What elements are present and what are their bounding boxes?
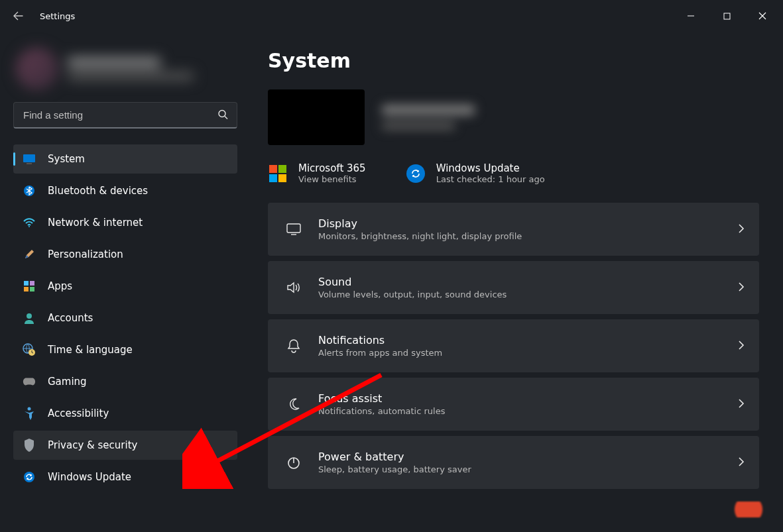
sidebar-item-label: Windows Update	[48, 471, 131, 483]
bluetooth-icon	[23, 184, 36, 197]
setting-title: Focus assist	[318, 392, 445, 405]
setting-power-battery[interactable]: Power & battery Sleep, battery usage, ba…	[268, 436, 759, 489]
content-area: System Microsoft 365 View benefits Wi	[244, 32, 783, 532]
setting-sub: Volume levels, output, input, sound devi…	[318, 290, 507, 299]
setting-title: Notifications	[318, 334, 442, 346]
svg-rect-3	[27, 163, 32, 164]
chevron-right-icon	[738, 456, 745, 469]
setting-sub: Monitors, brightness, night light, displ…	[318, 231, 522, 241]
sidebar-item-gaming[interactable]: Gaming	[13, 367, 237, 396]
sidebar: System Bluetooth & devices Network & int…	[0, 32, 244, 532]
chevron-right-icon	[738, 223, 745, 236]
sound-icon	[282, 281, 305, 294]
svg-rect-0	[724, 13, 730, 19]
watermark	[729, 502, 768, 517]
update-icon	[23, 470, 36, 484]
sidebar-item-label: Network & internet	[48, 217, 143, 229]
svg-rect-2	[23, 154, 35, 162]
svg-rect-6	[24, 281, 29, 286]
svg-rect-7	[30, 281, 34, 286]
profile-card[interactable]	[13, 41, 237, 102]
svg-point-1	[219, 111, 225, 117]
sidebar-item-label: Time & language	[48, 344, 133, 356]
svg-point-10	[27, 313, 32, 319]
sidebar-item-label: Apps	[48, 280, 72, 292]
sidebar-item-network[interactable]: Network & internet	[13, 208, 237, 237]
avatar	[16, 48, 58, 90]
sidebar-item-bluetooth[interactable]: Bluetooth & devices	[13, 176, 237, 205]
svg-point-5	[29, 226, 30, 227]
maximize-icon	[723, 13, 731, 20]
sidebar-item-time-language[interactable]: Time & language	[13, 335, 237, 364]
microsoft365-icon	[268, 164, 288, 184]
minimize-button[interactable]	[676, 5, 706, 27]
sidebar-item-privacy-security[interactable]: Privacy & security	[13, 431, 237, 460]
chevron-right-icon	[738, 282, 745, 294]
accessibility-icon	[23, 407, 36, 420]
sidebar-item-system[interactable]: System	[13, 144, 237, 174]
chevron-right-icon	[738, 398, 745, 411]
search-box[interactable]	[13, 102, 237, 129]
sidebar-item-label: Accounts	[48, 312, 93, 324]
setting-title: Sound	[318, 276, 507, 288]
quick-link-microsoft365[interactable]: Microsoft 365 View benefits	[268, 162, 366, 184]
device-info	[268, 89, 759, 145]
monitor-icon	[23, 152, 36, 166]
sidebar-item-label: Personalization	[48, 248, 123, 260]
svg-point-14	[24, 472, 34, 482]
quick-title: Microsoft 365	[298, 162, 366, 174]
search-input[interactable]	[13, 102, 237, 129]
sidebar-item-personalization[interactable]: Personalization	[13, 240, 237, 269]
setting-sound[interactable]: Sound Volume levels, output, input, soun…	[268, 261, 759, 314]
moon-icon	[282, 398, 305, 411]
setting-title: Display	[318, 217, 522, 230]
bell-icon	[282, 339, 305, 353]
setting-notifications[interactable]: Notifications Alerts from apps and syste…	[268, 319, 759, 372]
setting-focus-assist[interactable]: Focus assist Notifications, automatic ru…	[268, 378, 759, 431]
svg-point-13	[28, 407, 31, 411]
power-icon	[282, 455, 305, 470]
sidebar-item-label: Privacy & security	[48, 439, 137, 451]
apps-icon	[23, 280, 36, 293]
minimize-icon	[687, 12, 695, 20]
setting-title: Power & battery	[318, 451, 471, 463]
svg-rect-9	[30, 287, 34, 292]
sidebar-item-label: Bluetooth & devices	[48, 185, 148, 197]
wifi-icon	[23, 216, 36, 229]
device-thumbnail	[268, 89, 365, 145]
back-arrow-icon	[13, 11, 24, 21]
close-icon	[758, 12, 766, 20]
chevron-right-icon	[738, 340, 745, 352]
sidebar-item-label: System	[48, 153, 85, 165]
sidebar-item-apps[interactable]: Apps	[13, 272, 237, 301]
sidebar-item-accessibility[interactable]: Accessibility	[13, 399, 237, 428]
brush-icon	[23, 248, 36, 261]
nav-list: System Bluetooth & devices Network & int…	[13, 144, 237, 492]
search-icon	[217, 109, 228, 122]
close-button[interactable]	[747, 5, 778, 27]
sidebar-item-windows-update[interactable]: Windows Update	[13, 462, 237, 492]
sidebar-item-label: Gaming	[48, 376, 87, 388]
maximize-button[interactable]	[711, 5, 742, 27]
quick-sub: View benefits	[298, 174, 366, 184]
settings-list: Display Monitors, brightness, night ligh…	[268, 203, 759, 489]
sidebar-item-label: Accessibility	[48, 407, 109, 419]
shield-icon	[23, 439, 36, 452]
windows-update-icon	[406, 164, 426, 184]
sidebar-item-accounts[interactable]: Accounts	[13, 303, 237, 333]
app-title: Settings	[40, 11, 75, 21]
quick-sub: Last checked: 1 hour ago	[436, 174, 545, 184]
display-icon	[282, 223, 305, 236]
quick-title: Windows Update	[436, 162, 545, 174]
person-icon	[23, 311, 36, 325]
back-button[interactable]	[5, 3, 32, 29]
svg-rect-8	[24, 287, 29, 292]
setting-sub: Notifications, automatic rules	[318, 406, 445, 416]
setting-sub: Sleep, battery usage, battery saver	[318, 464, 471, 474]
setting-display[interactable]: Display Monitors, brightness, night ligh…	[268, 203, 759, 256]
gamepad-icon	[23, 375, 36, 388]
page-title: System	[268, 49, 759, 72]
globe-clock-icon	[23, 343, 36, 356]
quick-link-windows-update[interactable]: Windows Update Last checked: 1 hour ago	[406, 162, 545, 184]
setting-sub: Alerts from apps and system	[318, 348, 442, 358]
